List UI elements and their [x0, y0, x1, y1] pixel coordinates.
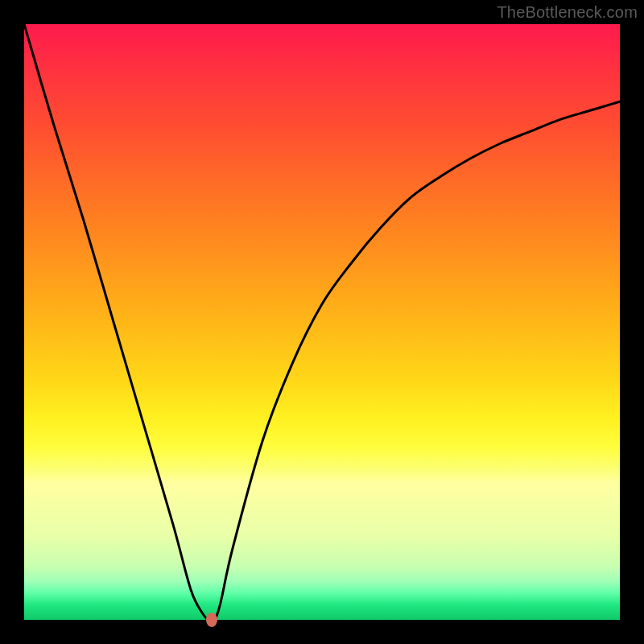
watermark-text: TheBottleneck.com	[497, 3, 638, 22]
optimal-point-marker	[206, 613, 217, 627]
chart-frame: TheBottleneck.com	[0, 0, 644, 644]
bottleneck-curve	[24, 24, 620, 620]
plot-area	[24, 24, 620, 620]
